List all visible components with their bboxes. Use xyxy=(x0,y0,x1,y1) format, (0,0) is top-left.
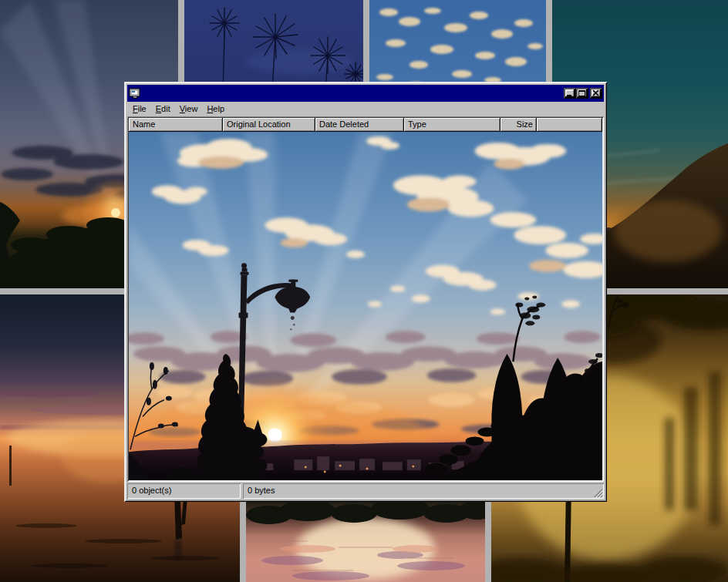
minimize-icon xyxy=(565,89,575,97)
recycle-bin-window: File Edit View Help Name Original Locati… xyxy=(124,82,607,502)
status-object-count: 0 object(s) xyxy=(127,483,241,499)
maximize-button[interactable] xyxy=(576,88,588,99)
close-icon xyxy=(592,89,601,97)
minimize-button[interactable] xyxy=(564,88,576,99)
menu-help[interactable]: Help xyxy=(202,103,229,115)
resize-grip-icon[interactable] xyxy=(593,488,603,498)
column-header-type[interactable]: Type xyxy=(404,118,501,132)
close-button[interactable] xyxy=(590,88,602,99)
column-header-date-deleted[interactable]: Date Deleted xyxy=(315,118,404,132)
column-header-name[interactable]: Name xyxy=(129,118,223,132)
menu-edit[interactable]: Edit xyxy=(151,103,175,115)
status-size: 0 bytes xyxy=(243,483,604,499)
column-header-original-location[interactable]: Original Location xyxy=(223,118,315,132)
maximize-icon xyxy=(578,89,587,97)
menu-file[interactable]: File xyxy=(128,103,151,115)
column-header-blank[interactable] xyxy=(537,118,602,132)
list-background-photo[interactable] xyxy=(129,132,602,480)
file-list-view: Name Original Location Date Deleted Type… xyxy=(127,116,604,482)
status-bar: 0 object(s) 0 bytes xyxy=(127,483,604,499)
menu-view[interactable]: View xyxy=(175,103,203,115)
column-header-row: Name Original Location Date Deleted Type… xyxy=(129,118,602,132)
sun xyxy=(268,428,281,442)
title-bar[interactable] xyxy=(127,85,604,102)
window-icon xyxy=(129,87,141,99)
desktop: File Edit View Help Name Original Locati… xyxy=(0,0,728,582)
menu-bar: File Edit View Help xyxy=(127,102,604,116)
column-header-size[interactable]: Size xyxy=(501,118,537,132)
